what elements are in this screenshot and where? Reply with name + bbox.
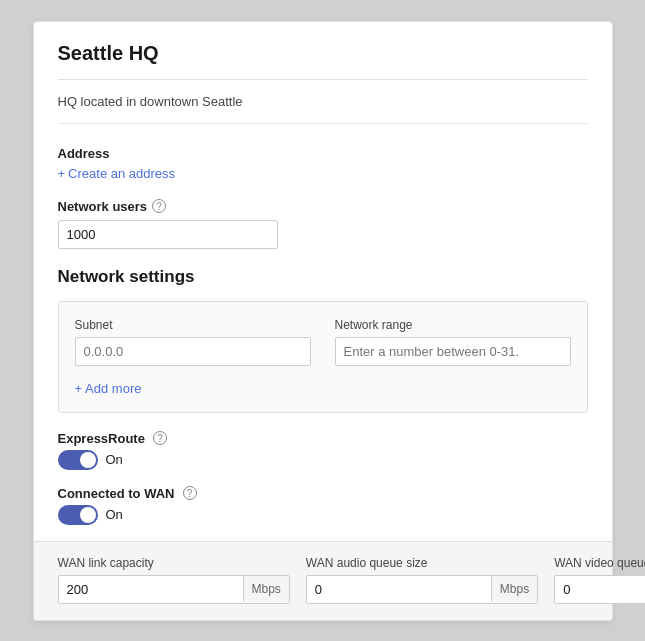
connected-to-wan-toggle-wrapper: On (58, 505, 588, 525)
network-users-section: Network users ? (58, 199, 588, 249)
wan-link-capacity-col: WAN link capacity Mbps (58, 556, 290, 604)
wan-row: WAN link capacity Mbps WAN audio queue s… (58, 556, 588, 604)
subnet-input[interactable] (75, 337, 311, 366)
network-users-label-row: Network users ? (58, 199, 588, 214)
express-route-label-row: ExpressRoute ? (58, 431, 588, 446)
wan-video-queue-input-wrapper: Mbps (554, 575, 645, 604)
network-range-label: Network range (335, 318, 571, 332)
add-more-plus-icon: + (75, 381, 83, 396)
wan-link-capacity-label: WAN link capacity (58, 556, 290, 570)
wan-link-capacity-unit: Mbps (243, 576, 289, 602)
wan-audio-queue-col: WAN audio queue size Mbps (306, 556, 538, 604)
connected-to-wan-toggle[interactable] (58, 505, 98, 525)
address-label: Address (58, 146, 588, 161)
create-address-link[interactable]: + Create an address (58, 166, 176, 181)
network-settings-section: Network settings Subnet Network range + … (58, 267, 588, 413)
connected-to-wan-label: Connected to WAN (58, 486, 175, 501)
card-title: Seattle HQ (58, 42, 588, 80)
wan-audio-queue-input[interactable] (307, 576, 491, 603)
plus-icon: + (58, 166, 66, 181)
wan-link-capacity-input-wrapper: Mbps (58, 575, 290, 604)
subnet-col: Subnet (75, 318, 311, 366)
network-settings-box: Subnet Network range + Add more (58, 301, 588, 413)
connected-to-wan-toggle-label: On (106, 507, 123, 522)
network-range-col: Network range (335, 318, 571, 366)
subnet-row: Subnet Network range (75, 318, 571, 366)
express-route-help-icon[interactable]: ? (153, 431, 167, 445)
create-address-text: Create an address (68, 166, 175, 181)
wan-video-queue-col: WAN video queue size Mbps (554, 556, 645, 604)
network-users-label: Network users (58, 199, 148, 214)
network-settings-title: Network settings (58, 267, 588, 287)
add-more-link[interactable]: + Add more (75, 381, 142, 396)
connected-to-wan-section: Connected to WAN ? On (58, 486, 588, 525)
subnet-label: Subnet (75, 318, 311, 332)
connected-to-wan-help-icon[interactable]: ? (183, 486, 197, 500)
card-subtitle: HQ located in downtown Seattle (58, 94, 588, 124)
wan-section: WAN link capacity Mbps WAN audio queue s… (34, 541, 612, 620)
express-route-label: ExpressRoute (58, 431, 145, 446)
express-route-section: ExpressRoute ? On (58, 431, 588, 470)
main-card: Seattle HQ HQ located in downtown Seattl… (33, 21, 613, 621)
wan-link-capacity-input[interactable] (59, 576, 243, 603)
connected-to-wan-label-row: Connected to WAN ? (58, 486, 588, 501)
express-route-toggle[interactable] (58, 450, 98, 470)
express-route-toggle-label: On (106, 452, 123, 467)
wan-video-queue-label: WAN video queue size (554, 556, 645, 570)
wan-video-queue-input[interactable] (555, 576, 645, 603)
network-users-help-icon[interactable]: ? (152, 199, 166, 213)
network-range-input[interactable] (335, 337, 571, 366)
address-section: Address + Create an address (58, 146, 588, 181)
wan-audio-queue-input-wrapper: Mbps (306, 575, 538, 604)
network-users-input[interactable] (58, 220, 278, 249)
wan-audio-queue-label: WAN audio queue size (306, 556, 538, 570)
express-route-toggle-wrapper: On (58, 450, 588, 470)
wan-audio-queue-unit: Mbps (491, 576, 537, 602)
add-more-label: Add more (85, 381, 141, 396)
